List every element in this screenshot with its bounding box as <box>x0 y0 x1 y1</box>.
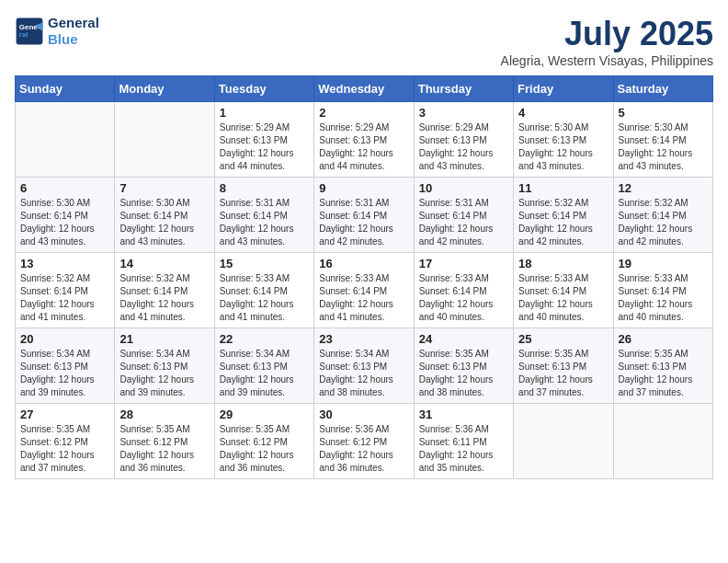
day-number: 3 <box>419 106 508 120</box>
day-number: 15 <box>220 257 309 270</box>
calendar-week-row: 13Sunrise: 5:32 AM Sunset: 6:14 PM Dayli… <box>16 253 713 328</box>
day-number: 29 <box>220 408 309 421</box>
calendar-cell <box>613 404 712 479</box>
day-number: 17 <box>419 257 508 270</box>
page-header: Gene- ral General Blue July 2025 Alegria… <box>15 15 713 68</box>
calendar-cell: 28Sunrise: 5:35 AM Sunset: 6:12 PM Dayli… <box>115 404 214 479</box>
day-info: Sunrise: 5:32 AM Sunset: 6:14 PM Dayligh… <box>518 197 608 248</box>
day-number: 8 <box>220 181 309 195</box>
day-info: Sunrise: 5:31 AM Sunset: 6:14 PM Dayligh… <box>319 197 408 248</box>
calendar-cell: 19Sunrise: 5:33 AM Sunset: 6:14 PM Dayli… <box>613 253 712 328</box>
day-header-tuesday: Tuesday <box>214 76 313 102</box>
calendar-cell: 8Sunrise: 5:31 AM Sunset: 6:14 PM Daylig… <box>214 178 313 253</box>
day-info: Sunrise: 5:29 AM Sunset: 6:13 PM Dayligh… <box>319 121 408 173</box>
calendar-cell: 2Sunrise: 5:29 AM Sunset: 6:13 PM Daylig… <box>314 102 414 178</box>
day-number: 27 <box>20 408 109 421</box>
day-number: 13 <box>20 257 109 270</box>
day-info: Sunrise: 5:34 AM Sunset: 6:13 PM Dayligh… <box>20 348 109 399</box>
day-number: 2 <box>319 106 408 120</box>
logo-text-blue: Blue <box>48 31 99 48</box>
day-number: 31 <box>419 408 508 421</box>
day-info: Sunrise: 5:34 AM Sunset: 6:13 PM Dayligh… <box>220 348 309 399</box>
calendar-cell: 17Sunrise: 5:33 AM Sunset: 6:14 PM Dayli… <box>414 253 513 328</box>
day-number: 18 <box>518 257 608 270</box>
day-header-friday: Friday <box>514 76 613 102</box>
calendar-cell: 29Sunrise: 5:35 AM Sunset: 6:12 PM Dayli… <box>214 404 313 479</box>
day-number: 24 <box>419 332 508 346</box>
calendar-cell <box>514 404 613 479</box>
day-info: Sunrise: 5:35 AM Sunset: 6:13 PM Dayligh… <box>419 348 508 399</box>
day-number: 11 <box>518 181 608 195</box>
calendar-cell: 7Sunrise: 5:30 AM Sunset: 6:14 PM Daylig… <box>115 178 214 253</box>
day-header-thursday: Thursday <box>414 76 513 102</box>
calendar-cell: 25Sunrise: 5:35 AM Sunset: 6:13 PM Dayli… <box>514 328 613 404</box>
day-number: 14 <box>119 257 209 270</box>
calendar-cell <box>16 102 115 178</box>
calendar-cell: 11Sunrise: 5:32 AM Sunset: 6:14 PM Dayli… <box>514 178 613 253</box>
calendar-table: SundayMondayTuesdayWednesdayThursdayFrid… <box>15 75 713 479</box>
calendar-cell: 27Sunrise: 5:35 AM Sunset: 6:12 PM Dayli… <box>16 404 115 479</box>
calendar-cell: 21Sunrise: 5:34 AM Sunset: 6:13 PM Dayli… <box>115 328 214 404</box>
calendar-cell: 24Sunrise: 5:35 AM Sunset: 6:13 PM Dayli… <box>414 328 513 404</box>
logo: Gene- ral General Blue <box>15 15 99 48</box>
day-info: Sunrise: 5:33 AM Sunset: 6:14 PM Dayligh… <box>518 272 608 324</box>
day-info: Sunrise: 5:29 AM Sunset: 6:13 PM Dayligh… <box>220 121 309 173</box>
calendar-cell: 1Sunrise: 5:29 AM Sunset: 6:13 PM Daylig… <box>214 102 313 178</box>
day-info: Sunrise: 5:35 AM Sunset: 6:13 PM Dayligh… <box>619 348 708 399</box>
day-number: 5 <box>619 106 708 120</box>
day-number: 12 <box>619 181 708 195</box>
calendar-cell: 18Sunrise: 5:33 AM Sunset: 6:14 PM Dayli… <box>514 253 613 328</box>
day-info: Sunrise: 5:31 AM Sunset: 6:14 PM Dayligh… <box>419 197 508 248</box>
day-number: 25 <box>518 332 608 346</box>
calendar-cell: 16Sunrise: 5:33 AM Sunset: 6:14 PM Dayli… <box>314 253 414 328</box>
calendar-cell: 23Sunrise: 5:34 AM Sunset: 6:13 PM Dayli… <box>314 328 414 404</box>
title-area: July 2025 Alegria, Western Visayas, Phil… <box>501 15 713 68</box>
day-info: Sunrise: 5:36 AM Sunset: 6:11 PM Dayligh… <box>419 423 508 475</box>
svg-text:ral: ral <box>19 30 28 39</box>
day-number: 28 <box>119 408 209 421</box>
calendar-cell: 26Sunrise: 5:35 AM Sunset: 6:13 PM Dayli… <box>613 328 712 404</box>
day-info: Sunrise: 5:33 AM Sunset: 6:14 PM Dayligh… <box>220 272 309 324</box>
day-info: Sunrise: 5:35 AM Sunset: 6:12 PM Dayligh… <box>20 423 109 475</box>
calendar-cell: 30Sunrise: 5:36 AM Sunset: 6:12 PM Dayli… <box>314 404 414 479</box>
calendar-cell: 12Sunrise: 5:32 AM Sunset: 6:14 PM Dayli… <box>613 178 712 253</box>
calendar-cell: 10Sunrise: 5:31 AM Sunset: 6:14 PM Dayli… <box>414 178 513 253</box>
day-info: Sunrise: 5:30 AM Sunset: 6:14 PM Dayligh… <box>20 197 109 248</box>
day-info: Sunrise: 5:35 AM Sunset: 6:13 PM Dayligh… <box>518 348 608 399</box>
day-info: Sunrise: 5:34 AM Sunset: 6:13 PM Dayligh… <box>319 348 408 399</box>
day-info: Sunrise: 5:33 AM Sunset: 6:14 PM Dayligh… <box>619 272 708 324</box>
day-info: Sunrise: 5:32 AM Sunset: 6:14 PM Dayligh… <box>20 272 109 324</box>
day-number: 23 <box>319 332 408 346</box>
calendar-cell: 4Sunrise: 5:30 AM Sunset: 6:13 PM Daylig… <box>514 102 613 178</box>
day-header-wednesday: Wednesday <box>314 76 414 102</box>
day-info: Sunrise: 5:30 AM Sunset: 6:14 PM Dayligh… <box>119 197 209 248</box>
location-text: Alegria, Western Visayas, Philippines <box>501 53 713 68</box>
day-info: Sunrise: 5:32 AM Sunset: 6:14 PM Dayligh… <box>119 272 209 324</box>
calendar-week-row: 27Sunrise: 5:35 AM Sunset: 6:12 PM Dayli… <box>16 404 713 479</box>
day-info: Sunrise: 5:35 AM Sunset: 6:12 PM Dayligh… <box>220 423 309 475</box>
calendar-cell: 13Sunrise: 5:32 AM Sunset: 6:14 PM Dayli… <box>16 253 115 328</box>
calendar-cell: 15Sunrise: 5:33 AM Sunset: 6:14 PM Dayli… <box>214 253 313 328</box>
day-number: 1 <box>220 106 309 120</box>
day-info: Sunrise: 5:32 AM Sunset: 6:14 PM Dayligh… <box>619 197 708 248</box>
calendar-cell: 22Sunrise: 5:34 AM Sunset: 6:13 PM Dayli… <box>214 328 313 404</box>
day-number: 4 <box>518 106 608 120</box>
calendar-week-row: 20Sunrise: 5:34 AM Sunset: 6:13 PM Dayli… <box>16 328 713 404</box>
day-info: Sunrise: 5:30 AM Sunset: 6:13 PM Dayligh… <box>518 121 608 173</box>
day-header-sunday: Sunday <box>16 76 115 102</box>
day-number: 26 <box>619 332 708 346</box>
day-number: 6 <box>20 181 109 195</box>
day-number: 9 <box>319 181 408 195</box>
day-number: 22 <box>220 332 309 346</box>
day-info: Sunrise: 5:35 AM Sunset: 6:12 PM Dayligh… <box>119 423 209 475</box>
day-number: 19 <box>619 257 708 270</box>
day-info: Sunrise: 5:30 AM Sunset: 6:14 PM Dayligh… <box>619 121 708 173</box>
calendar-cell: 31Sunrise: 5:36 AM Sunset: 6:11 PM Dayli… <box>414 404 513 479</box>
day-info: Sunrise: 5:29 AM Sunset: 6:13 PM Dayligh… <box>419 121 508 173</box>
day-number: 30 <box>319 408 408 421</box>
day-info: Sunrise: 5:33 AM Sunset: 6:14 PM Dayligh… <box>319 272 408 324</box>
month-title: July 2025 <box>501 15 713 53</box>
calendar-cell: 9Sunrise: 5:31 AM Sunset: 6:14 PM Daylig… <box>314 178 414 253</box>
calendar-cell <box>115 102 214 178</box>
calendar-cell: 20Sunrise: 5:34 AM Sunset: 6:13 PM Dayli… <box>16 328 115 404</box>
